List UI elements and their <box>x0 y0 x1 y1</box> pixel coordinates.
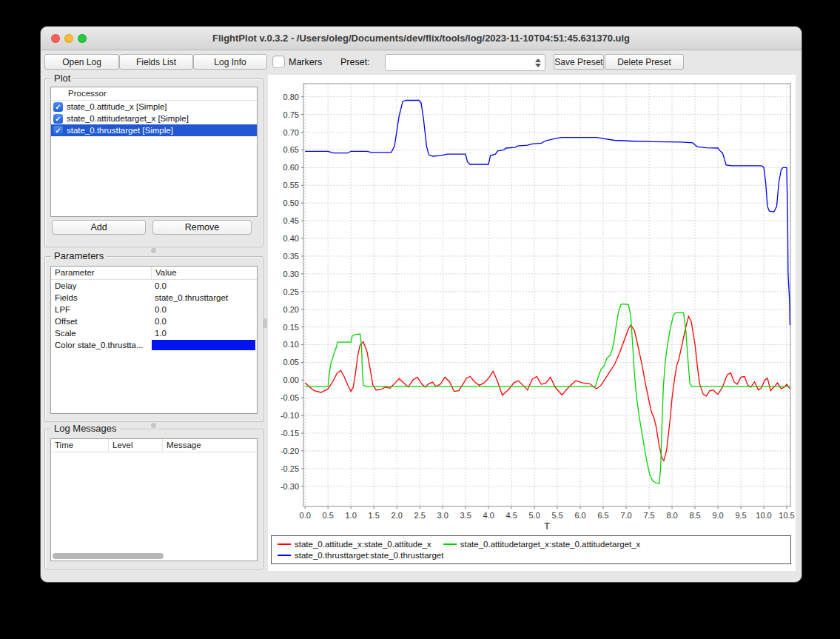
screen: FlightPlot v.0.3.2 - /Users/oleg/Documen… <box>0 0 840 639</box>
parameter-name: Color state_0.thrustta... <box>51 339 151 351</box>
processor-row-checkbox[interactable]: ✓ <box>53 126 63 136</box>
splitter-handle-2[interactable] <box>151 423 156 428</box>
y-tick-label: 0.10 <box>283 340 299 349</box>
x-tick-label: 9.5 <box>735 511 746 520</box>
parameter-name: Fields <box>51 292 151 304</box>
value-column-header: Value <box>151 267 257 279</box>
processor-row-label: state_0.attitudetarget_x [Simple] <box>67 114 189 123</box>
y-tick-label: 0.70 <box>283 128 299 137</box>
processor-row[interactable]: ✓state_0.attitude_x [Simple] <box>51 101 257 113</box>
parameters-rows: Delay0.0Fieldsstate_0.thrusttargetLPF0.0… <box>51 280 257 351</box>
vertical-splitter-handle[interactable] <box>263 318 267 328</box>
y-tick-label: 0.60 <box>283 163 299 172</box>
chart-legend: state_0.attitude_x:state_0.attitude_xsta… <box>271 535 791 564</box>
processor-row-checkbox[interactable]: ✓ <box>53 114 63 124</box>
add-button[interactable]: Add <box>52 220 146 235</box>
y-tick-label: 0.75 <box>283 110 299 119</box>
series-line <box>305 316 790 461</box>
legend-label: state_0.attitude_x:state_0.attitude_x <box>295 540 431 549</box>
preset-label: Preset: <box>340 57 370 67</box>
titlebar: FlightPlot v.0.3.2 - /Users/oleg/Documen… <box>41 27 802 50</box>
y-tick-label: -0.10 <box>280 411 299 420</box>
x-axis-label: T <box>544 521 550 532</box>
combobox-stepper-icon[interactable] <box>533 56 542 69</box>
parameter-row[interactable]: Offset0.0 <box>51 315 257 327</box>
plot-panel: Plot Processor ✓state_0.attitude_x [Simp… <box>44 78 263 247</box>
legend-label: state_0.attitudetarget_x:state_0.attitud… <box>460 540 641 549</box>
parameter-value[interactable]: 0.0 <box>151 315 257 327</box>
chart-panel: 0.00.51.01.52.02.53.03.54.04.55.05.56.06… <box>268 75 796 571</box>
legend-item: state_0.thrusttarget:state_0.thrusttarge… <box>278 551 443 560</box>
color-swatch[interactable] <box>152 340 255 350</box>
parameter-column-header: Parameter <box>51 267 151 279</box>
save-preset-button[interactable]: Save Preset <box>554 54 604 70</box>
x-tick-label: 1.5 <box>369 511 380 520</box>
processor-row-checkbox[interactable]: ✓ <box>53 102 63 112</box>
x-tick-label: 8.5 <box>689 511 700 520</box>
legend-line-icon <box>443 543 457 545</box>
log-info-button[interactable]: Log Info <box>193 54 267 70</box>
parameter-row[interactable]: Fieldsstate_0.thrusttarget <box>51 292 257 304</box>
markers-checkbox[interactable] <box>272 56 285 68</box>
y-tick-label: -0.30 <box>280 482 299 491</box>
y-tick-label: 0.40 <box>283 234 299 243</box>
x-tick-label: 3.5 <box>460 511 471 520</box>
plot-list-rows: ✓state_0.attitude_x [Simple]✓state_0.att… <box>51 101 257 136</box>
fields-list-button[interactable]: Fields List <box>119 54 193 70</box>
processor-row-label: state_0.thrusttarget [Simple] <box>67 126 173 135</box>
y-tick-label: 0.55 <box>283 181 299 190</box>
processor-row-label: state_0.attitude_x [Simple] <box>67 102 167 111</box>
plot-border <box>303 84 790 506</box>
parameter-value[interactable]: 0.0 <box>151 304 257 315</box>
y-tick-label: 0.35 <box>283 252 299 261</box>
log-messages-panel-title: Log Messages <box>51 423 120 434</box>
parameter-value[interactable] <box>151 339 257 351</box>
parameter-color-row[interactable]: Color state_0.thrustta... <box>51 339 257 351</box>
parameter-name: Delay <box>51 280 151 292</box>
y-tick-label: 0.30 <box>283 270 299 278</box>
x-tick-label: 7.0 <box>620 511 631 520</box>
level-column-header: Level <box>108 439 162 452</box>
x-tick-label: 7.5 <box>643 511 654 520</box>
legend-item: state_0.attitudetarget_x:state_0.attitud… <box>443 540 641 549</box>
splitter-handle-1[interactable] <box>151 248 156 253</box>
horizontal-scrollbar-thumb[interactable] <box>53 553 164 559</box>
processor-row[interactable]: ✓state_0.attitudetarget_x [Simple] <box>51 113 257 124</box>
y-tick-label: -0.25 <box>280 464 299 473</box>
x-tick-label: 6.0 <box>574 511 585 520</box>
processor-list[interactable]: Processor ✓state_0.attitude_x [Simple]✓s… <box>50 87 258 217</box>
parameter-value[interactable]: 0.0 <box>151 280 257 292</box>
delete-preset-button[interactable]: Delete Preset <box>605 54 684 70</box>
parameter-value[interactable]: 1.0 <box>151 327 257 339</box>
x-tick-label: 8.0 <box>666 511 677 520</box>
x-tick-label: 4.0 <box>483 511 494 520</box>
parameters-table[interactable]: Parameter Value Delay0.0Fieldsstate_0.th… <box>50 266 258 414</box>
y-tick-label: 0.20 <box>283 305 299 314</box>
preset-combobox[interactable] <box>385 54 545 71</box>
x-tick-label: 5.0 <box>528 511 540 520</box>
x-tick-label: 0.0 <box>300 511 311 520</box>
x-tick-label: 10.5 <box>779 511 794 520</box>
parameter-row[interactable]: Delay0.0 <box>51 280 257 292</box>
remove-button[interactable]: Remove <box>152 220 252 235</box>
open-log-button[interactable]: Open Log <box>44 54 119 70</box>
processor-column-header: Processor <box>51 87 257 101</box>
markers-label: Markers <box>289 57 322 67</box>
parameter-row[interactable]: LPF0.0 <box>51 304 257 315</box>
y-tick-label: 0.50 <box>283 198 299 207</box>
parameter-value[interactable]: state_0.thrusttarget <box>151 292 257 304</box>
log-messages-table[interactable]: Time Level Message <box>50 438 258 561</box>
processor-row[interactable]: ✓state_0.thrusttarget [Simple] <box>51 124 257 136</box>
legend-line-icon <box>278 543 291 545</box>
log-messages-panel: Log Messages Time Level Message <box>44 429 263 569</box>
y-tick-label: 0.80 <box>283 93 299 101</box>
plot-panel-title: Plot <box>51 73 73 84</box>
chart-svg[interactable]: 0.00.51.01.52.02.53.03.54.04.55.05.56.06… <box>268 75 796 534</box>
parameter-row[interactable]: Scale1.0 <box>51 327 257 339</box>
x-tick-label: 3.0 <box>437 511 448 520</box>
log-messages-table-header: Time Level Message <box>51 439 257 452</box>
window-title: FlightPlot v.0.3.2 - /Users/oleg/Documen… <box>41 33 802 44</box>
y-tick-label: 0.45 <box>283 216 299 225</box>
x-tick-label: 5.5 <box>551 511 562 520</box>
app-window: FlightPlot v.0.3.2 - /Users/oleg/Documen… <box>40 26 802 583</box>
